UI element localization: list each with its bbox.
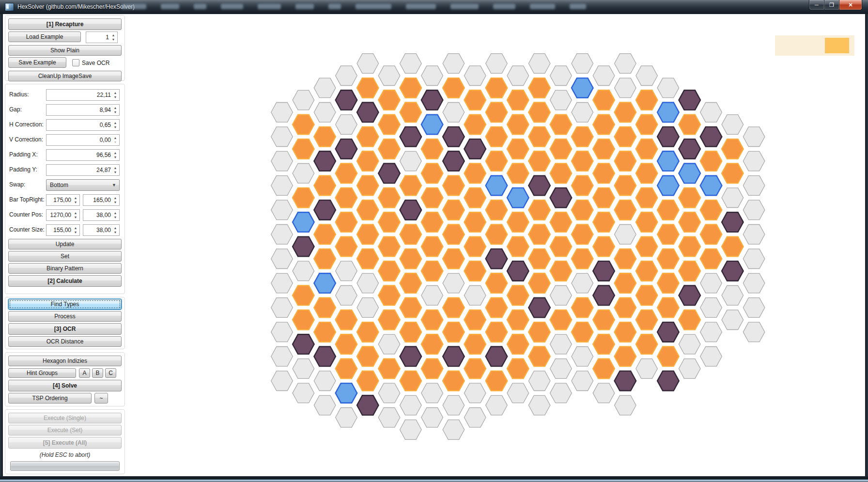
hex-cell-purple-mine[interactable] — [293, 237, 314, 257]
solve-button[interactable]: [4] Solve — [8, 380, 122, 391]
hex-cell-unknown-gray[interactable] — [378, 66, 400, 86]
hex-cell-unknown-gray[interactable] — [722, 310, 744, 330]
hex-cell-orange-active[interactable] — [378, 261, 400, 281]
recapture-button[interactable]: [1] Recapture — [8, 18, 122, 30]
hex-cell-unknown-gray[interactable] — [528, 54, 550, 74]
hex-cell-orange-active[interactable] — [421, 139, 443, 159]
hex-cell-orange-active[interactable] — [421, 310, 443, 330]
hex-cell-orange-active[interactable] — [700, 249, 722, 269]
hex-cell-orange-active[interactable] — [636, 286, 658, 306]
hint-group-b-button[interactable]: B — [92, 368, 103, 378]
hex-cell-orange-active[interactable] — [550, 164, 572, 184]
hex-cell-unknown-gray[interactable] — [271, 200, 293, 220]
hex-cell-unknown-gray[interactable] — [743, 322, 765, 342]
hex-cell-orange-active[interactable] — [507, 286, 529, 306]
hex-cell-blue-marked[interactable] — [657, 103, 679, 123]
hex-cell-orange-active[interactable] — [657, 273, 679, 293]
hex-cell-orange-active[interactable] — [615, 176, 636, 196]
hex-cell-orange-active[interactable] — [443, 298, 465, 318]
hex-cell-orange-active[interactable] — [378, 90, 400, 110]
hex-cell-orange-active[interactable] — [464, 164, 486, 184]
hex-cell-orange-active[interactable] — [636, 212, 658, 232]
hex-cell-purple-mine[interactable] — [293, 334, 314, 354]
hex-cell-unknown-gray[interactable] — [271, 127, 293, 147]
numeric-field[interactable]: 0,65▲▼ — [46, 119, 120, 131]
field-spinner[interactable]: ▲▼ — [73, 196, 78, 205]
hex-cell-orange-active[interactable] — [550, 237, 572, 257]
hex-cell-purple-mine[interactable] — [421, 90, 443, 110]
hex-cell-orange-active[interactable] — [314, 322, 336, 342]
hex-cell-unknown-gray[interactable] — [615, 78, 636, 98]
hex-cell-blue-marked[interactable] — [657, 176, 679, 196]
hex-cell-purple-mine[interactable] — [443, 347, 465, 367]
numeric-field[interactable]: 1270,00▲▼ — [46, 209, 80, 221]
hex-cell-unknown-gray[interactable] — [615, 54, 636, 74]
hex-cell-orange-active[interactable] — [657, 298, 679, 318]
hex-cell-unknown-gray[interactable] — [507, 66, 529, 86]
hex-cell-orange-active[interactable] — [464, 115, 486, 135]
hex-cell-unknown-gray[interactable] — [314, 371, 336, 391]
hex-cell-orange-active[interactable] — [593, 334, 615, 354]
hex-cell-orange-active[interactable] — [421, 261, 443, 281]
hex-cell-unknown-gray[interactable] — [443, 54, 465, 74]
hex-cell-unknown-gray[interactable] — [743, 176, 765, 196]
hex-cell-orange-active[interactable] — [700, 200, 722, 220]
hex-cell-orange-active[interactable] — [421, 188, 443, 208]
hex-cell-unknown-gray[interactable] — [528, 371, 550, 391]
hex-cell-purple-mine[interactable] — [443, 127, 465, 147]
hex-cell-unknown-gray[interactable] — [528, 395, 550, 415]
hex-cell-purple-mine[interactable] — [357, 395, 379, 415]
hex-cell-unknown-gray[interactable] — [550, 286, 572, 306]
hex-cell-orange-active[interactable] — [657, 225, 679, 245]
hex-cell-purple-mine[interactable] — [400, 200, 422, 220]
hex-cell-unknown-gray[interactable] — [271, 322, 293, 342]
hex-cell-orange-active[interactable] — [400, 176, 422, 196]
hex-cell-orange-active[interactable] — [421, 237, 443, 257]
hex-cell-orange-active[interactable] — [314, 298, 336, 318]
hex-cell-orange-active[interactable] — [615, 273, 636, 293]
hex-cell-unknown-gray[interactable] — [464, 383, 486, 403]
hex-cell-orange-active[interactable] — [593, 359, 615, 379]
hex-cell-unknown-gray[interactable] — [700, 322, 722, 342]
hex-cell-purple-mine[interactable] — [722, 261, 744, 281]
hex-cell-orange-active[interactable] — [378, 286, 400, 306]
save-example-button[interactable]: Save Example — [8, 57, 66, 68]
hex-cell-unknown-gray[interactable] — [507, 383, 529, 403]
tsp-ordering-button[interactable]: TSP Ordering — [8, 393, 92, 404]
hex-cell-orange-active[interactable] — [293, 115, 314, 135]
hex-cell-orange-active[interactable] — [378, 237, 400, 257]
hex-cell-orange-active[interactable] — [357, 127, 379, 147]
hex-cell-unknown-gray[interactable] — [336, 66, 357, 86]
hex-cell-orange-active[interactable] — [528, 225, 550, 245]
hex-cell-purple-mine[interactable] — [593, 261, 615, 281]
hex-cell-blue-marked[interactable] — [421, 115, 443, 135]
hex-cell-unknown-gray[interactable] — [743, 249, 765, 269]
hex-cell-unknown-gray[interactable] — [572, 103, 593, 123]
hex-cell-orange-active[interactable] — [722, 164, 744, 184]
hex-cell-orange-active[interactable] — [550, 310, 572, 330]
hex-cell-orange-active[interactable] — [314, 225, 336, 245]
hex-cell-orange-active[interactable] — [700, 151, 722, 171]
swap-dropdown[interactable]: Bottom▼ — [46, 179, 120, 191]
hex-cell-orange-active[interactable] — [336, 334, 357, 354]
hex-cell-unknown-gray[interactable] — [443, 395, 465, 415]
hex-cell-purple-mine[interactable] — [722, 212, 744, 232]
hex-cell-orange-active[interactable] — [550, 261, 572, 281]
hex-cell-unknown-gray[interactable] — [464, 66, 486, 86]
hex-cell-unknown-gray[interactable] — [293, 261, 314, 281]
hex-cell-purple-mine[interactable] — [657, 127, 679, 147]
hex-cell-blue-marked[interactable] — [336, 383, 357, 403]
hex-cell-unknown-gray[interactable] — [357, 298, 379, 318]
hex-cell-orange-active[interactable] — [679, 261, 700, 281]
hex-cell-orange-active[interactable] — [357, 249, 379, 269]
hex-cell-orange-active[interactable] — [507, 90, 529, 110]
hex-cell-unknown-gray[interactable] — [743, 273, 765, 293]
hex-cell-orange-active[interactable] — [400, 371, 422, 391]
hex-cell-unknown-gray[interactable] — [421, 286, 443, 306]
hex-cell-unknown-gray[interactable] — [336, 115, 357, 135]
hex-cell-unknown-gray[interactable] — [443, 103, 465, 123]
hex-cell-unknown-gray[interactable] — [722, 188, 744, 208]
set-button[interactable]: Set — [8, 251, 122, 262]
hex-cell-unknown-gray[interactable] — [293, 164, 314, 184]
hex-cell-blue-marked[interactable] — [657, 151, 679, 171]
